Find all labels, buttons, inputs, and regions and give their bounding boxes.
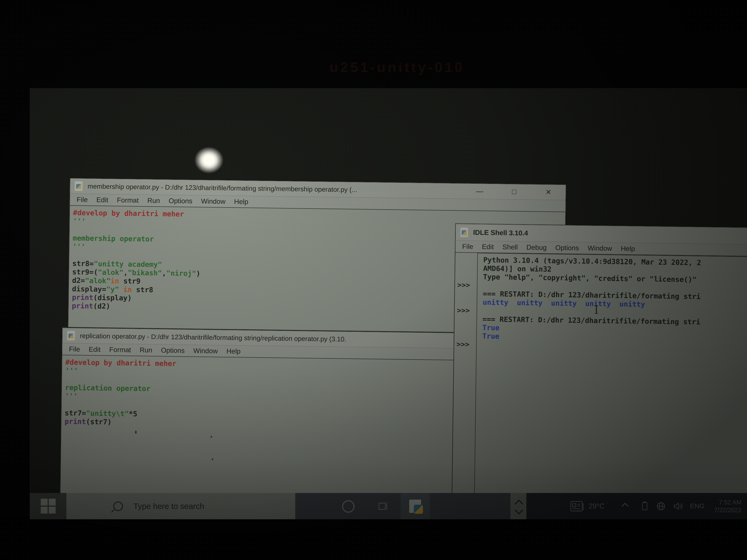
code-editor-replication[interactable]: #develop by dharitri meher''' replicatio… [61, 355, 454, 431]
tray-time: 7:52 AM [719, 499, 742, 506]
python-file-icon [67, 331, 75, 340]
dust-speck [210, 436, 212, 438]
cortana-icon[interactable] [342, 500, 355, 513]
language-button[interactable]: ENG [690, 493, 704, 519]
chevron-down-icon [514, 506, 523, 514]
shell-prompt-gutter: >>> >>> >>> [451, 252, 478, 519]
shell-text-area[interactable]: Python 3.10.4 (tags/v3.10.4:9d38120, Mar… [473, 253, 747, 519]
menu-item-help[interactable]: Help [616, 244, 639, 252]
temperature-label: 29°C [589, 502, 604, 510]
taskbar-scroll-strip[interactable] [510, 493, 526, 519]
shell-prompt [455, 255, 477, 264]
newspaper-icon [570, 500, 585, 512]
globe-icon [656, 501, 666, 511]
shell-body[interactable]: >>> >>> >>> Python 3.10.4 (tags/v3.10.4:… [451, 252, 747, 519]
menu-item-format[interactable]: Format [105, 346, 135, 354]
tray-date: 7/22/2022 [714, 507, 742, 513]
menu-item-window[interactable]: Window [583, 244, 617, 252]
shell-prompt [455, 272, 477, 281]
menu-item-window[interactable]: Window [189, 347, 222, 355]
minimize-button[interactable]: — [463, 184, 497, 199]
menu-item-help[interactable]: Help [222, 347, 245, 355]
window-controls: — □ ✕ [463, 184, 566, 200]
monitor-screen: membership operator.py - D:/dhr 123/dhar… [30, 88, 747, 519]
battery-button[interactable] [640, 493, 650, 519]
menu-item-help[interactable]: Help [230, 198, 253, 206]
volume-button[interactable] [673, 493, 684, 519]
python-file-icon [460, 228, 468, 237]
menu-item-debug[interactable]: Debug [522, 243, 551, 251]
taskbar-python-idle-button[interactable] [401, 493, 430, 519]
menu-item-file[interactable]: File [458, 242, 478, 250]
menu-item-run[interactable]: Run [143, 196, 164, 205]
taskbar-middle [295, 493, 510, 519]
taskbar: Type here to search 29°C [30, 493, 747, 519]
menu-item-options[interactable]: Options [164, 197, 197, 205]
shell-prompt [454, 323, 476, 332]
search-placeholder: Type here to search [133, 502, 204, 511]
menu-item-options[interactable]: Options [551, 244, 583, 252]
window-title: membership operator.py - D:/dhr 123/dhar… [87, 183, 357, 193]
shell-prompt: >>> [454, 340, 476, 349]
shell-prompt [455, 289, 477, 298]
python-file-icon [75, 181, 83, 191]
window-title: replication operator.py - D:/dhr 123/dha… [80, 332, 346, 343]
menu-item-edit[interactable]: Edit [478, 243, 498, 251]
shell-prompt [455, 264, 477, 272]
windows-layer: membership operator.py - D:/dhr 123/dhar… [30, 88, 747, 519]
menu-item-window[interactable]: Window [197, 197, 230, 206]
menu-item-run[interactable]: Run [135, 346, 157, 354]
shell-prompt [455, 315, 476, 323]
shell-prompt [454, 331, 476, 340]
windows-logo-icon [41, 499, 56, 513]
clock-button[interactable]: 7:52 AM 7/22/2022 [714, 493, 742, 519]
task-view-icon[interactable] [378, 501, 389, 513]
menu-item-format[interactable]: Format [112, 196, 143, 204]
shell-prompt: >>> [455, 281, 477, 289]
maximize-button[interactable]: □ [497, 184, 532, 199]
menu-item-edit[interactable]: Edit [84, 345, 105, 353]
network-button[interactable] [656, 493, 666, 519]
wall-label: u251-unitty-010 [330, 59, 465, 75]
start-button[interactable] [30, 493, 67, 519]
menu-item-shell[interactable]: Shell [498, 243, 522, 251]
menu-item-edit[interactable]: Edit [92, 196, 112, 204]
chevron-up-icon [621, 503, 628, 510]
speaker-icon [673, 501, 684, 511]
news-widget-button[interactable]: 29°C [570, 493, 604, 519]
window-title: IDLE Shell 3.10.4 [473, 229, 528, 237]
shell-prompt [455, 298, 477, 306]
menu-item-options[interactable]: Options [157, 346, 189, 354]
ibeam-cursor: I [594, 303, 599, 317]
dust-speck [212, 458, 213, 460]
window-idle-shell: IDLE Shell 3.10.4 FileEditShellDebugOpti… [450, 223, 747, 519]
python-idle-icon [409, 500, 421, 513]
system-tray: 29°C ENG [526, 493, 747, 519]
taskbar-search-box[interactable]: Type here to search [67, 493, 295, 519]
search-icon [113, 502, 123, 511]
menu-item-file[interactable]: File [72, 195, 92, 204]
shell-prompt: >>> [455, 306, 476, 315]
hidden-icons-button[interactable] [622, 493, 627, 519]
menu-item-file[interactable]: File [65, 345, 84, 353]
close-button[interactable]: ✕ [531, 184, 566, 200]
battery-icon [640, 501, 650, 511]
window-replication-operator: replication operator.py - D:/dhr 123/dha… [59, 327, 455, 519]
language-label: ENG [690, 502, 704, 510]
dust-speck [135, 432, 137, 434]
